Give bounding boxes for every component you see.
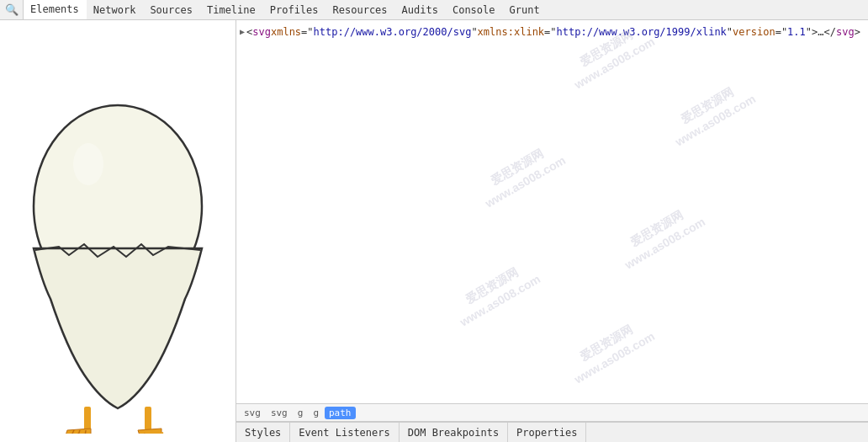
main-area: ▶ <svg xmlns="http://www.w3.org/2000/svg… [0,20,868,442]
svg-point-1 [73,143,103,185]
tab-elements[interactable]: Elements [24,0,87,19]
tab-event-listeners[interactable]: Event Listeners [290,423,399,442]
breadcrumb-path[interactable]: path [325,407,356,419]
watermark-2: 爱思资源网www.as008.com [664,77,759,151]
watermark-6: 爱思资源网www.as008.com [563,314,658,388]
watermark-container: 爱思资源网www.as008.com 爱思资源网www.as008.com 爱思… [236,20,868,403]
breadcrumb-svg-2[interactable]: svg [267,407,292,419]
elements-content: ▶ <svg xmlns="http://www.w3.org/2000/svg… [236,20,868,403]
tab-profiles[interactable]: Profiles [263,0,326,19]
svg-rect-2 [84,407,91,430]
tab-network[interactable]: Network [87,0,144,19]
tab-dom-breakpoints[interactable]: DOM Breakpoints [400,423,508,442]
tab-resources[interactable]: Resources [326,0,395,19]
breadcrumb-g-1[interactable]: g [294,407,308,419]
tab-console[interactable]: Console [446,0,503,19]
watermark-4: 爱思资源网www.as008.com [613,199,708,273]
watermark-5: 爱思资源网www.as008.com [449,257,544,331]
tab-grunt[interactable]: Grunt [503,0,548,19]
svg-rect-6 [145,407,151,430]
breadcrumb-bar: svg svg g g path [236,403,868,422]
egg-illustration [17,29,219,434]
devtools-tabs: Elements Network Sources Timeline Profil… [24,0,548,19]
tab-timeline[interactable]: Timeline [200,0,263,19]
tab-sources[interactable]: Sources [143,0,200,19]
search-icon: 🔍 [5,3,19,16]
expand-triangle[interactable]: ▶ [240,24,245,40]
breadcrumb-g-2[interactable]: g [309,407,323,419]
tab-styles[interactable]: Styles [236,423,290,442]
breadcrumb-svg-1[interactable]: svg [240,407,265,419]
tab-properties[interactable]: Properties [508,423,586,442]
search-button[interactable]: 🔍 [0,0,24,20]
right-panel: ▶ <svg xmlns="http://www.w3.org/2000/svg… [236,20,868,442]
watermark-3: 爱思资源网www.as008.com [474,138,569,212]
devtools-toolbar: 🔍 Elements Network Sources Timeline Prof… [0,0,868,20]
svg-element-row: ▶ <svg xmlns="http://www.w3.org/2000/svg… [236,24,868,40]
bottom-tabs-bar: Styles Event Listeners DOM Breakpoints P… [236,422,868,442]
tab-audits[interactable]: Audits [395,0,446,19]
left-panel [0,20,236,442]
